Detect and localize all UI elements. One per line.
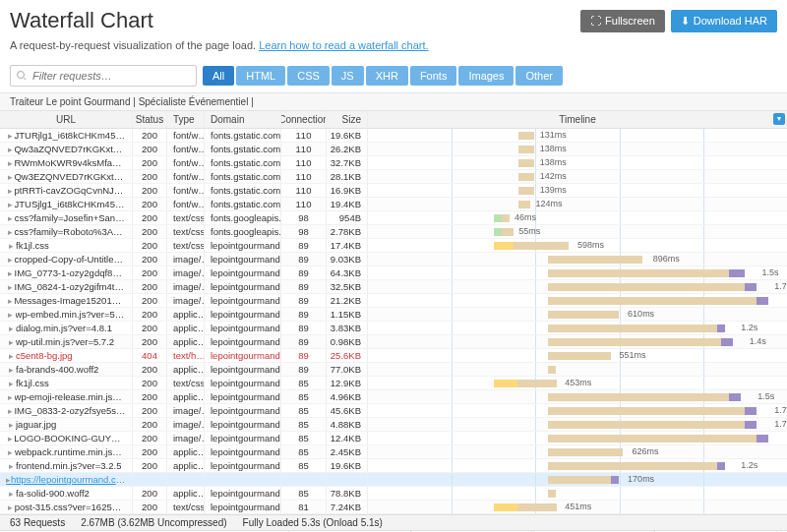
- expand-icon[interactable]: ▸: [6, 213, 15, 223]
- cell-domain: lepointgourmand.com: [205, 377, 281, 389]
- page-title: Waterfall Chart: [10, 8, 153, 33]
- expand-icon[interactable]: ▸: [6, 502, 15, 512]
- expand-icon[interactable]: ▸: [6, 255, 15, 265]
- table-row[interactable]: ▸css?family=Josefin+Sans%3…200text/cssfo…: [0, 211, 787, 225]
- col-size[interactable]: Size: [327, 111, 368, 128]
- expand-icon[interactable]: ▸: [6, 406, 14, 416]
- timing-bar: [548, 338, 733, 346]
- expand-icon[interactable]: ▸: [6, 392, 15, 402]
- table-row[interactable]: ▸dialog.min.js?ver=4.8.1200applic…lepoin…: [0, 322, 787, 335]
- table-row[interactable]: ▸post-315.css?ver=1625836761200text/cssl…: [0, 501, 787, 514]
- cell-conn: 85: [281, 487, 327, 500]
- search-input[interactable]: [10, 65, 197, 87]
- table-row[interactable]: ▸fk1jl.css200text/csslepointgourmand.com…: [0, 377, 787, 390]
- col-status[interactable]: Status: [133, 111, 167, 128]
- table-row[interactable]: ▸css?family=Roboto%3A100%…200text/cssfon…: [0, 225, 787, 239]
- timing-bar: [548, 283, 757, 291]
- filter-html[interactable]: HTML: [236, 66, 285, 86]
- table-row[interactable]: ▸fk1jl.css200text/csslepointgourmand.com…: [0, 239, 787, 253]
- table-row[interactable]: ▸c5ent8-bg.jpg404text/h…lepointgourmand.…: [0, 349, 787, 363]
- expand-icon[interactable]: ▸: [6, 282, 15, 292]
- expand-icon[interactable]: ▸: [6, 351, 16, 361]
- table-row[interactable]: ▸fa-brands-400.woff2200applic…lepointgou…: [0, 363, 787, 377]
- expand-icon[interactable]: ▸: [6, 241, 16, 251]
- table-row[interactable]: ▸wp-embed.min.js?ver=5.7.2200applic…lepo…: [0, 308, 787, 322]
- expand-icon[interactable]: ▸: [6, 158, 15, 168]
- filter-js[interactable]: JS: [332, 66, 364, 86]
- download-har-button[interactable]: ⬇ Download HAR: [671, 10, 777, 32]
- expand-icon[interactable]: ▸: [6, 324, 16, 333]
- col-domain[interactable]: Domain: [205, 111, 281, 128]
- col-connection[interactable]: Connection: [281, 111, 327, 128]
- col-type[interactable]: Type: [167, 111, 205, 128]
- filter-other[interactable]: Other: [515, 66, 563, 86]
- cell-domain: lepointgourmand.com: [205, 418, 281, 431]
- expand-icon[interactable]: ▸: [6, 310, 16, 320]
- expand-icon[interactable]: ▸: [6, 337, 16, 347]
- expand-icon[interactable]: ▸: [6, 461, 16, 471]
- col-url[interactable]: URL: [0, 111, 133, 128]
- expand-icon[interactable]: ▸: [6, 131, 14, 141]
- cell-url: ▸wp-emoji-release.min.js?ver=…: [0, 390, 133, 403]
- cell-timeline: 124ms: [368, 198, 787, 210]
- expand-icon[interactable]: ▸: [6, 172, 14, 182]
- table-row[interactable]: ▸Qw3EZQNVED7rKGKxtqlqX5…200font/w…fonts.…: [0, 170, 787, 184]
- table-row[interactable]: ▸frontend.min.js?ver=3.2.5200applic…lepo…: [0, 459, 787, 473]
- learn-link[interactable]: Learn how to read a waterfall chart.: [259, 39, 428, 51]
- filter-xhr[interactable]: XHR: [366, 66, 408, 86]
- table-row[interactable]: ▸jaguar.jpg200image/…lepointgourmand.com…: [0, 418, 787, 432]
- table-row[interactable]: ▸wp-util.min.js?ver=5.7.2200applic…lepoi…: [0, 335, 787, 349]
- cell-timeline: [368, 363, 787, 376]
- expand-icon[interactable]: ▸: [6, 186, 15, 196]
- expand-icon[interactable]: ▸: [6, 434, 14, 443]
- expand-icon[interactable]: ▸: [6, 420, 16, 430]
- cell-type: applic…: [167, 390, 205, 403]
- cell-size: 26.2KB: [327, 143, 368, 155]
- timing-label: 1.4s: [750, 336, 766, 346]
- table-row[interactable]: ▸wp-emoji-release.min.js?ver=…200applic……: [0, 390, 787, 404]
- expand-icon[interactable]: ▸: [6, 379, 16, 388]
- cell-size: 16.9KB: [327, 184, 368, 197]
- chevron-down-icon[interactable]: ▾: [773, 113, 785, 125]
- table-row[interactable]: ▸JTURjlg1_i6t8kCHKm45_dJE…200font/w…font…: [0, 129, 787, 143]
- expand-icon[interactable]: ▸: [6, 489, 16, 499]
- table-row[interactable]: ▸fa-solid-900.woff2200applic…lepointgour…: [0, 487, 787, 501]
- url-text: fk1jl.css: [16, 378, 49, 388]
- expand-icon[interactable]: ▸: [6, 200, 15, 209]
- filter-css[interactable]: CSS: [287, 66, 330, 86]
- expand-icon[interactable]: ▸: [6, 268, 15, 278]
- col-timeline[interactable]: Timeline ▾: [368, 111, 787, 128]
- table-row[interactable]: ▸IMG_0833-2-ozy2fsye5s04bq…200image/…lep…: [0, 404, 787, 418]
- table-row[interactable]: ▸JTUSjlg1_i6t8kCHKm459Wlh…200font/w…font…: [0, 198, 787, 211]
- expand-icon[interactable]: ▸: [6, 227, 14, 237]
- filter-fonts[interactable]: Fonts: [410, 66, 457, 86]
- table-row[interactable]: ▸IMG_0824-1-ozy2gifm4tl5vcv…200image/…le…: [0, 280, 787, 294]
- expand-icon[interactable]: ▸: [6, 447, 15, 457]
- expand-icon[interactable]: ▸: [6, 296, 14, 306]
- table-row[interactable]: ▸cropped-Copy-of-Untitled-1-1…200image/……: [0, 253, 787, 266]
- table-row[interactable]: ▸LOGO-BOOKING-GUYS-v2.png200image/…lepoi…: [0, 432, 787, 445]
- cell-size: 4.88KB: [327, 418, 368, 431]
- filter-all[interactable]: All: [203, 66, 234, 86]
- url-text: css?family=Roboto%3A100%…: [14, 226, 126, 237]
- cell-type: applic…: [167, 322, 205, 334]
- timing-bar: [548, 297, 768, 305]
- expand-icon[interactable]: ▸: [6, 145, 14, 154]
- table-row[interactable]: ▸webpack.runtime.min.js?ver…200applic…le…: [0, 445, 787, 459]
- url-text: fa-solid-900.woff2: [16, 488, 90, 499]
- filter-images[interactable]: Images: [458, 66, 514, 86]
- table-row[interactable]: ▸Qw3aZQNVED7rKGKxtqlqX5…200font/w…fonts.…: [0, 143, 787, 156]
- expand-icon[interactable]: ▸: [6, 365, 16, 375]
- cell-type: applic…: [167, 335, 205, 348]
- fullscreen-button[interactable]: ⛶ Fullscreen: [580, 10, 665, 32]
- table-row[interactable]: ▸ptRRTi-cavZOGqCvnNJDI5m…200font/w…fonts…: [0, 184, 787, 198]
- table-row[interactable]: ▸Messages-Image152011478?…200image/…lepo…: [0, 294, 787, 308]
- cell-size: 25.6KB: [327, 349, 368, 362]
- cell-status: 200: [133, 129, 167, 142]
- cell-status: 200: [133, 445, 167, 458]
- table-row[interactable]: ▸RWmMoKWR9v4ksMfaWd_J…200font/w…fonts.gs…: [0, 156, 787, 170]
- timing-bar: [494, 242, 569, 250]
- cell-timeline: 1.2s: [368, 459, 787, 472]
- table-row[interactable]: ▸https://lepointgourmand.com/wp-content/…: [0, 473, 787, 487]
- table-row[interactable]: ▸IMG_0773-1-ozy2gdqf8nib9b…200image/…lep…: [0, 266, 787, 280]
